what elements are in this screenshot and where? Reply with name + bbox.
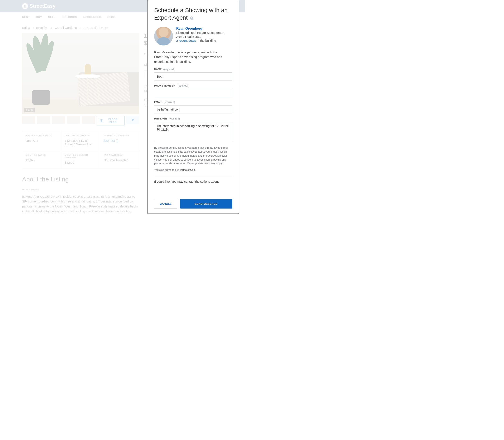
name-label: NAME (required) <box>154 68 232 71</box>
brand-logo[interactable]: ▥ StreetEasy <box>22 3 56 9</box>
kpi-value: Jan 2016 <box>26 139 58 142</box>
message-textarea[interactable] <box>154 122 232 141</box>
kpi-value-link[interactable]: $30,233 <box>103 139 136 142</box>
floorplan-label: FLOOR PLAN <box>105 118 121 124</box>
agent-deals: 2 recent deals in the building <box>176 39 224 42</box>
crumb-neighborhood[interactable]: Carroll Gardens <box>55 26 77 29</box>
kpi-head: ESTIMATED PAYMENT <box>103 134 136 137</box>
image-counter: 1 of 8 <box>24 108 35 112</box>
chevron-right-icon: ❯ <box>51 26 53 29</box>
nav-buy[interactable]: BUY <box>36 15 42 19</box>
crumb-brooklyn[interactable]: Brooklyn <box>36 26 48 29</box>
name-input[interactable] <box>154 72 232 81</box>
agent-block: Ryan Greenberg Licensed Real Estate Sale… <box>154 27 232 45</box>
brand-name: StreetEasy <box>30 3 56 9</box>
kpi-head: MONTHLY COMMON CHARGES <box>65 154 97 159</box>
nav-rent[interactable]: RENT <box>22 15 30 19</box>
kpi-value: $3,590 <box>65 161 97 164</box>
cancel-button[interactable]: CANCEL <box>154 199 177 208</box>
thumb[interactable] <box>82 116 95 124</box>
panel-footer: CANCEL SEND MESSAGE <box>147 195 239 214</box>
tos-prefix: You also agree to our <box>154 168 180 171</box>
hero-image[interactable]: 1 of 8 <box>22 33 139 114</box>
message-label: MESSAGE (required) <box>154 117 232 120</box>
building-icon: ▥ <box>22 3 28 9</box>
about-heading: About the Listing <box>22 176 139 183</box>
schedule-showing-panel: Schedule a Showing with an Expert Agent … <box>147 0 239 214</box>
agent-role: Licensed Real Estate Salesperson <box>176 31 224 34</box>
contact-seller-agent-link[interactable]: contact the seller's agent <box>184 180 219 183</box>
nav-buildings[interactable]: BUILDINGS <box>62 15 77 19</box>
crumb-sales[interactable]: Sales <box>22 26 30 29</box>
kpi-cell: MONTHLY COMMON CHARGES$3,590 <box>61 150 100 168</box>
kpi-head: MONTHLY TAXES <box>26 154 58 156</box>
kpi-value: No Data Available <box>103 158 136 162</box>
kpi-head: LAST PRICE CHANGE <box>65 134 97 137</box>
floorplan-icon <box>100 119 103 123</box>
kpi-cell: SALES LAUNCH DATEJan 2016 <box>22 131 61 150</box>
map-thumb[interactable] <box>126 116 139 124</box>
agent-avatar <box>154 27 173 45</box>
thumb[interactable] <box>37 116 50 124</box>
thumb[interactable] <box>22 116 35 124</box>
alt-contact: If you'd like, you may contact the selle… <box>154 180 232 183</box>
kpi-cell: MONTHLY TAXES$2,827 <box>22 150 61 168</box>
thumbnail-row: FLOOR PLAN <box>22 116 139 126</box>
chevron-right-icon: ❯ <box>79 26 81 29</box>
nav-blog[interactable]: BLOG <box>107 15 116 19</box>
deals-link[interactable]: 2 recent deals <box>176 39 196 42</box>
kpi-cell: ESTIMATED PAYMENT$30,233 <box>100 131 139 150</box>
help-icon[interactable]: ? <box>190 16 193 20</box>
thumb[interactable] <box>67 116 80 124</box>
kpi-grid: SALES LAUNCH DATEJan 2016 LAST PRICE CHA… <box>22 131 139 169</box>
email-label: EMAIL (required) <box>154 101 232 104</box>
phone-input[interactable] <box>154 89 232 97</box>
description-text: IMMEDIATE OCCUPANCY! Residence 24B at 18… <box>22 194 139 214</box>
kpi-head: SALES LAUNCH DATE <box>26 134 58 137</box>
alt-prefix: If you'd like, you may <box>154 180 184 183</box>
send-message-button[interactable]: SEND MESSAGE <box>180 199 232 208</box>
kpi-cell: TAX ABATEMENTNo Data Available <box>100 150 139 168</box>
kpi-value: ↓ $60,000 (4.7%) About 4 Weeks Ago <box>65 139 97 146</box>
nav-resources[interactable]: RESOURCES <box>84 15 101 19</box>
legal-text: By pressing Send Message, you agree that… <box>154 146 232 165</box>
kpi-cell: LAST PRICE CHANGE↓ $60,000 (4.7%) About … <box>61 131 100 150</box>
calculator-icon <box>116 139 118 142</box>
panel-title: Schedule a Showing with an Expert Agent … <box>154 6 232 22</box>
phone-label: PHONE NUMBER (required) <box>154 84 232 87</box>
chevron-right-icon: ❯ <box>32 26 34 29</box>
tos-line: You also agree to our Terms of Use. <box>154 168 232 172</box>
deals-suffix: in the building <box>196 39 216 42</box>
floorplan-button[interactable]: FLOOR PLAN <box>97 116 124 126</box>
thumb[interactable] <box>52 116 65 124</box>
description-label: DESCRIPTION <box>22 188 139 191</box>
crumb-current: 12 Carroll Pl #21B <box>83 26 109 29</box>
kpi-value: $2,827 <box>26 158 58 162</box>
nav-sell[interactable]: SELL <box>48 15 55 19</box>
kpi-value-text: $30,233 <box>103 139 115 142</box>
panel-description: Ryan Greenberg is is a partner agent wit… <box>154 50 232 64</box>
agent-company: Acme Real Estate <box>176 35 224 38</box>
kpi-head: TAX ABATEMENT <box>103 154 136 156</box>
tos-link[interactable]: Terms of Use <box>180 168 195 171</box>
agent-name[interactable]: Ryan Greenberg <box>176 27 224 30</box>
email-input[interactable] <box>154 105 232 113</box>
